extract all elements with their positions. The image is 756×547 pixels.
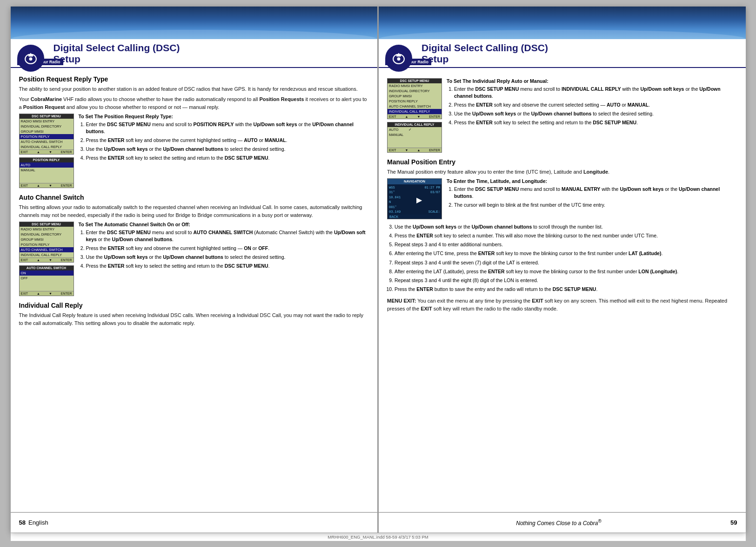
file-info-bar: MRHH600_ENG_MANL.indd 58-59 4/3/17 5:03 … bbox=[11, 533, 746, 541]
nav-back-label: BACK bbox=[389, 215, 398, 218]
left-content: Position Request Reply Type The ability … bbox=[11, 68, 378, 533]
left-page-title: Digital Select Calling (DSC) Setup bbox=[54, 42, 180, 65]
nav-coords-left: WGS31°10.041N081°03.149W-0.01MOB01 bbox=[388, 184, 415, 216]
left-header-icon bbox=[17, 45, 44, 72]
position-reply-screens: DSC SETUP MENU RADIO MMSI ENTRY INDIVIDU… bbox=[19, 114, 74, 188]
right-footer-brand: Nothing Comes Close to a Cobra® bbox=[516, 519, 601, 527]
left-footer: 58 English bbox=[11, 512, 378, 533]
lcd-position-reply: POSITION REPLY AUTO MANUAL EXIT▲▼ENTER bbox=[19, 157, 74, 188]
section-position-reply-para1: The ability to send your position to ano… bbox=[19, 85, 369, 93]
left-header-title-block: Digital Select Calling (DSC) Setup bbox=[54, 42, 180, 67]
section-position-reply-para2: Your CobraMarine VHF radio allows you to… bbox=[19, 95, 369, 111]
nav-arrow: ▶ bbox=[415, 184, 423, 216]
manual-pos-ol: Enter the DSC SETUP MENU menu and scroll… bbox=[447, 186, 737, 209]
left-page-lang: English bbox=[28, 519, 48, 526]
section-auto-channel-title: Auto Channel Switch bbox=[19, 194, 369, 201]
manual-pos-instruction-block: NAVIGATION WGS31°10.041N081°03.149W-0.01… bbox=[387, 178, 737, 219]
right-header: Digital Select Calling (DSC) Setup Opera… bbox=[379, 39, 746, 68]
section-manual-pos-intro: The Manual position entry feature allow … bbox=[387, 168, 737, 176]
left-page: Digital Select Calling (DSC) Setup Opera… bbox=[11, 7, 378, 533]
manual-pos-steps-col: To Enter the Time, Latitude, and Longitu… bbox=[447, 178, 737, 219]
lcd-individual-call-reply: INDIVIDUAL CALL REPLY AUTO ✓ MANUAL EXIT… bbox=[387, 122, 442, 153]
svg-point-6 bbox=[397, 57, 401, 61]
right-page-title: Digital Select Calling (DSC) Setup bbox=[421, 42, 548, 65]
section-individual-call-title: Individual Call Reply bbox=[19, 302, 369, 309]
position-reply-instruction-block: DSC SETUP MENU RADIO MMSI ENTRY INDIVIDU… bbox=[19, 114, 369, 188]
left-header: Digital Select Calling (DSC) Setup Opera… bbox=[11, 39, 378, 68]
position-reply-steps: To Set The Position Request Reply Type: … bbox=[79, 114, 369, 188]
individual-reply-steps: To Set The Individual Reply Auto or Manu… bbox=[447, 78, 737, 153]
right-page: Digital Select Calling (DSC) Setup Opera… bbox=[379, 7, 746, 533]
lcd-dsc-setup-menu-1: DSC SETUP MENU RADIO MMSI ENTRY INDIVIDU… bbox=[19, 114, 74, 155]
right-content: DSC SETUP MENU RADIO MMSI ENTRY INDIVIDU… bbox=[379, 68, 746, 533]
auto-channel-instruction-block: DSC SETUP MENU RADIO MMSI ENTRY INDIVIDU… bbox=[19, 222, 369, 296]
svg-point-2 bbox=[29, 57, 32, 61]
individual-reply-q-title: To Set The Individual Reply Auto or Manu… bbox=[447, 78, 737, 84]
radio-icon bbox=[23, 50, 39, 66]
nav-screen-col: NAVIGATION WGS31°10.041N081°03.149W-0.01… bbox=[387, 178, 442, 219]
position-reply-ol: Enter the DSC SETUP MENU menu and scroll… bbox=[79, 121, 369, 162]
section-manual-pos-title: Manual Position Entry bbox=[387, 158, 737, 166]
nav-footer-bar: BACK bbox=[388, 215, 442, 219]
auto-channel-steps: To Set The Automatic Channel Switch On o… bbox=[79, 222, 369, 296]
manual-pos-full-steps: Use the Up/Down soft keys or the Up/Down… bbox=[387, 223, 737, 293]
right-footer: Nothing Comes Close to a Cobra® 59 bbox=[379, 512, 746, 533]
right-top-image bbox=[379, 7, 746, 39]
lcd-hdr-1: DSC SETUP MENU bbox=[20, 114, 74, 119]
right-page-num: 59 bbox=[730, 519, 737, 526]
lcd-dsc-setup-menu-2: DSC SETUP MENU RADIO MMSI ENTRY INDIVIDU… bbox=[19, 222, 74, 263]
auto-channel-q-title: To Set The Automatic Channel Switch On o… bbox=[79, 222, 369, 227]
right-header-title-block: Digital Select Calling (DSC) Setup bbox=[421, 42, 548, 67]
lcd-dsc-setup-menu-3: DSC SETUP MENU RADIO MMSI ENTRY INDIVIDU… bbox=[387, 78, 442, 119]
lcd-auto-channel-switch: AUTO CHANNEL SWITCH ON OFF EXIT▲▼ENTER bbox=[19, 265, 74, 296]
lcd-navigation: NAVIGATION WGS31°10.041N081°03.149W-0.01… bbox=[387, 178, 442, 219]
right-header-icon bbox=[385, 45, 412, 72]
position-reply-q-title: To Set The Position Request Reply Type: bbox=[79, 114, 369, 119]
individual-reply-ol: Enter the DSC SETUP MENU menu and scroll… bbox=[447, 86, 737, 127]
menu-exit-note: MENU EXIT: You can exit the menu at any … bbox=[387, 297, 737, 313]
individual-reply-block: DSC SETUP MENU RADIO MMSI ENTRY INDIVIDU… bbox=[387, 78, 737, 153]
nav-time-right: 01:27 PM03/07SCALE:0.5NM bbox=[423, 184, 442, 216]
section-auto-channel-para: This setting allows your radio to automa… bbox=[19, 203, 369, 219]
auto-channel-ol: Enter the DSC SETUP MENU menu and scroll… bbox=[79, 229, 369, 270]
auto-channel-screens: DSC SETUP MENU RADIO MMSI ENTRY INDIVIDU… bbox=[19, 222, 74, 296]
left-page-num: 58 bbox=[19, 519, 26, 526]
section-individual-call-para: The Individual Call Reply feature is use… bbox=[19, 311, 369, 327]
svg-rect-5 bbox=[396, 54, 401, 56]
individual-reply-screens: DSC SETUP MENU RADIO MMSI ENTRY INDIVIDU… bbox=[387, 78, 442, 153]
section-position-reply-title: Position Request Reply Type bbox=[19, 75, 369, 83]
file-info-text: MRHH600_ENG_MANL.indd 58-59 4/3/17 5:03 … bbox=[328, 534, 428, 540]
svg-rect-1 bbox=[28, 54, 33, 56]
manual-pos-q-title: To Enter the Time, Latitude, and Longitu… bbox=[447, 178, 737, 184]
radio-icon-right bbox=[391, 50, 407, 66]
left-top-image bbox=[11, 7, 378, 39]
